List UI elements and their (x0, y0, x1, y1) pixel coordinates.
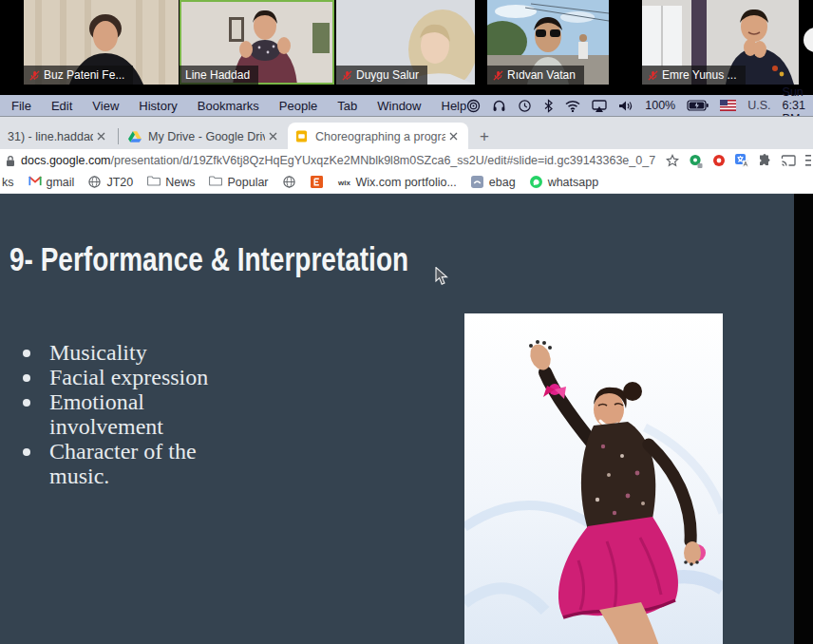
participant-name: Line Haddad (185, 68, 250, 82)
slide-canvas[interactable]: 9- Performance & Interpretation Musicali… (0, 194, 794, 644)
globe-icon (88, 176, 102, 189)
video-tile-ridvan-vatan[interactable]: Rıdvan Vatan (487, 0, 609, 85)
participant-name: Emre Yunus ... (662, 68, 737, 82)
bookmark-star-icon[interactable] (666, 154, 679, 167)
menu-window[interactable]: Window (377, 99, 421, 113)
browser-menu-icon[interactable] (805, 154, 811, 167)
bookmark-label: Wix.com portfolio... (356, 176, 457, 189)
bookmark-whatsapp[interactable]: whatsapp (530, 176, 599, 189)
bookmark-folder-popular[interactable]: Popular (209, 176, 268, 189)
browser-viewport: 9- Performance & Interpretation Musicali… (0, 194, 813, 644)
ebag-icon (471, 176, 484, 189)
time-machine-icon[interactable] (518, 99, 532, 113)
bluetooth-icon[interactable] (543, 99, 554, 113)
wifi-icon[interactable] (565, 100, 580, 112)
video-tile-line-haddad[interactable]: Line Haddad (180, 0, 334, 85)
bookmark-jt20[interactable]: JT20 (88, 176, 133, 189)
participant-label: Rıdvan Vatan (487, 66, 584, 85)
extensions-puzzle-icon[interactable] (758, 154, 771, 167)
folder-icon (209, 176, 222, 189)
mic-muted-icon (29, 70, 40, 81)
tab-separator (118, 128, 119, 144)
figure-skater-image (464, 313, 723, 644)
participant-name: Duygu Salur (356, 68, 419, 82)
menu-history[interactable]: History (139, 99, 177, 113)
menu-help[interactable]: Help (442, 99, 467, 113)
bookmark-globe-unlabeled[interactable] (283, 176, 296, 189)
video-tile-duygu-salur[interactable]: Duygu Salur (336, 0, 475, 85)
bookmark-label: JT20 (106, 176, 133, 189)
participant-label: Duygu Salur (336, 66, 427, 85)
extension-red-icon[interactable] (712, 154, 726, 167)
address-bar[interactable]: docs.google.com/presentation/d/19ZfkV6tj… (21, 154, 655, 167)
bookmark-folder-news[interactable]: News (147, 176, 195, 189)
participant-label: Emre Yunus ... (642, 66, 746, 85)
slide-bullet-list: Musicality Facial expression Emotional i… (17, 340, 211, 488)
participant-label: Buz Pateni Fe... (24, 66, 133, 85)
bookmark-wix[interactable]: wix Wix.com portfolio... (338, 176, 457, 189)
participant-label: Line Haddad (180, 66, 258, 85)
video-tile-buz-pateni[interactable]: Buz Pateni Fe... (24, 0, 179, 85)
bookmark-etsy[interactable] (311, 176, 324, 189)
mic-muted-icon (342, 70, 352, 81)
bullet-item: Facial expression (17, 365, 211, 389)
headphones-icon[interactable] (492, 99, 506, 113)
battery-percent: 100% (645, 99, 675, 112)
zoom-video-strip: Buz Pateni Fe... Line Haddad (0, 0, 813, 95)
globe-icon (283, 176, 296, 189)
menu-bookmarks[interactable]: Bookmarks (198, 99, 259, 113)
spiral-app-icon[interactable] (466, 99, 481, 113)
menu-view[interactable]: View (92, 99, 119, 113)
bookmark-label: Popular (227, 176, 268, 189)
tab-choreographing-active[interactable]: Choreographing a program - G (288, 123, 468, 150)
menu-file[interactable]: File (11, 99, 31, 113)
etsy-icon (311, 176, 324, 189)
bookmark-label: ebag (489, 176, 516, 189)
google-drive-icon (128, 130, 142, 143)
lock-icon[interactable] (6, 155, 15, 167)
macos-menu-bar: File Edit View History Bookmarks People … (0, 95, 813, 116)
google-slides-icon (295, 130, 309, 143)
bookmark-gmail[interactable]: gmail (28, 176, 75, 189)
bookmark-label: whatsapp (548, 176, 599, 189)
tab-close-icon[interactable] (445, 129, 461, 144)
url-path: /presentation/d/19ZfkV6tj8QzHqEgYUxqzKe2… (111, 154, 656, 167)
input-source-label[interactable]: U.S. (747, 99, 770, 112)
tab-close-icon[interactable] (265, 129, 280, 144)
bookmark-ebag[interactable]: ebag (471, 176, 516, 189)
google-translate-icon[interactable] (735, 154, 748, 167)
mic-muted-icon (648, 70, 658, 81)
gmail-icon (28, 176, 42, 189)
participant-name: Rıdvan Vatan (507, 68, 576, 82)
strip-scroll-button[interactable] (804, 28, 813, 52)
tab-close-icon[interactable] (93, 129, 108, 144)
airplay-display-icon[interactable] (592, 100, 607, 112)
menu-people[interactable]: People (279, 99, 317, 113)
bullet-item: Emotional involvement (17, 389, 211, 439)
screen: Buz Pateni Fe... Line Haddad (0, 0, 813, 644)
battery-icon[interactable] (687, 100, 709, 111)
menu-edit[interactable]: Edit (51, 99, 72, 113)
cast-icon[interactable] (781, 155, 796, 167)
tab-title: My Drive - Google Drive (148, 130, 265, 143)
input-source-flag-icon[interactable] (720, 100, 736, 111)
volume-icon[interactable] (618, 100, 633, 112)
extension-green-icon[interactable] (689, 154, 703, 168)
bookmark-truncated[interactable]: ks (2, 176, 14, 189)
bookmark-label: gmail (47, 176, 75, 189)
browser-tab-strip: 31) - line.haddad@gmai My Drive - Google… (0, 116, 813, 149)
tab-google-drive[interactable]: My Drive - Google Drive (121, 123, 288, 150)
browser-toolbar: docs.google.com/presentation/d/19ZfkV6tj… (0, 149, 813, 172)
mic-muted-icon (493, 70, 503, 81)
tab-title: Choreographing a program - G (315, 130, 445, 143)
tab-title: 31) - line.haddad@gmai (8, 130, 93, 143)
whatsapp-icon (530, 176, 543, 189)
tab-gmail[interactable]: 31) - line.haddad@gmai (0, 123, 116, 150)
slide-title: 9- Performance & Interpretation (9, 240, 408, 278)
folder-icon (147, 176, 161, 189)
new-tab-button[interactable]: + (473, 125, 496, 148)
menu-tab[interactable]: Tab (337, 99, 357, 113)
bookmark-label: ks (2, 176, 14, 189)
participant-name: Buz Pateni Fe... (44, 68, 124, 82)
video-tile-emre-yunus[interactable]: Emre Yunus ... (642, 0, 799, 85)
